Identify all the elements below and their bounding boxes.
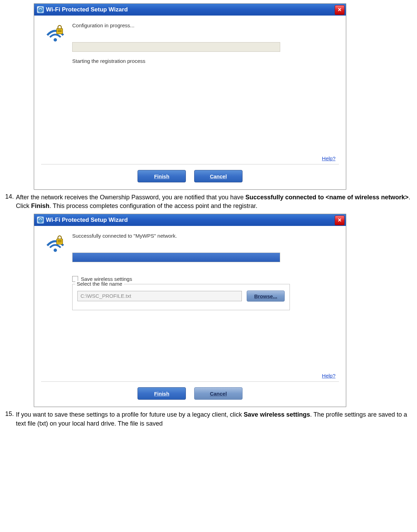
window-title: Wi-Fi Protected Setup Wizard	[46, 217, 128, 224]
svg-point-5	[38, 217, 43, 223]
step-text: After the network receives the Ownership…	[16, 193, 417, 210]
step-number: 14.	[0, 193, 16, 210]
cancel-button[interactable]: Cancel	[194, 170, 243, 182]
wizard-dialog-progress: Wi-Fi Protected Setup Wizard × Configura…	[34, 3, 346, 190]
svg-point-1	[54, 38, 57, 42]
help-link[interactable]: Help?	[322, 373, 335, 379]
cancel-button[interactable]: Cancel	[194, 387, 243, 400]
button-row: Finish Cancel	[41, 381, 339, 407]
wizard-dialog-success: Wi-Fi Protected Setup Wizard × Successfu…	[34, 214, 346, 407]
close-button[interactable]: ×	[335, 216, 344, 225]
svg-rect-9	[58, 242, 62, 243]
svg-rect-3	[58, 30, 62, 30]
headline-text: Successfully connected to "MyWPS" networ…	[72, 233, 315, 239]
headline-text: Configuration in progress...	[72, 22, 315, 28]
step-number: 15.	[0, 410, 16, 428]
window-title: Wi-Fi Protected Setup Wizard	[46, 6, 128, 13]
file-path-input[interactable]: C:\WSC_PROFILE.txt	[77, 291, 242, 301]
wifi-lock-icon	[45, 22, 66, 44]
instruction-step-14: 14. After the network receives the Owner…	[0, 193, 417, 210]
instruction-step-15: 15. If you want to save these settings t…	[0, 410, 417, 428]
groupbox-legend: Select the file name	[75, 281, 124, 287]
progress-bar	[72, 42, 280, 52]
finish-button[interactable]: Finish	[138, 387, 186, 400]
svg-point-0	[38, 7, 43, 12]
help-link[interactable]: Help?	[322, 155, 335, 161]
file-name-groupbox: Select the file name C:\WSC_PROFILE.txt …	[72, 284, 290, 310]
status-text: Starting the registration process	[72, 58, 315, 64]
svg-rect-4	[58, 31, 62, 32]
text-bold: Successfully connected to <name of wirel…	[245, 194, 408, 201]
close-button[interactable]: ×	[335, 5, 344, 15]
svg-point-6	[54, 249, 57, 252]
close-icon: ×	[338, 217, 342, 224]
finish-button[interactable]: Finish	[138, 170, 186, 182]
titlebar[interactable]: Wi-Fi Protected Setup Wizard ×	[34, 214, 346, 226]
app-icon	[37, 6, 44, 13]
text-bold: Finish	[31, 202, 49, 209]
text-fragment: After the network receives the Ownership…	[16, 194, 245, 201]
text-fragment: . This process completes configuration o…	[49, 202, 257, 209]
titlebar[interactable]: Wi-Fi Protected Setup Wizard ×	[34, 4, 346, 16]
button-row: Finish Cancel	[41, 164, 339, 189]
text-fragment: If you want to save these settings to a …	[16, 411, 244, 418]
app-icon	[37, 217, 44, 224]
step-text: If you want to save these settings to a …	[16, 410, 417, 428]
browse-button[interactable]: Browse...	[247, 291, 285, 302]
svg-rect-8	[58, 240, 62, 241]
text-bold: Save wireless settings	[244, 411, 310, 418]
wifi-lock-icon	[45, 233, 66, 254]
progress-bar-full	[72, 253, 280, 262]
close-icon: ×	[338, 6, 342, 13]
